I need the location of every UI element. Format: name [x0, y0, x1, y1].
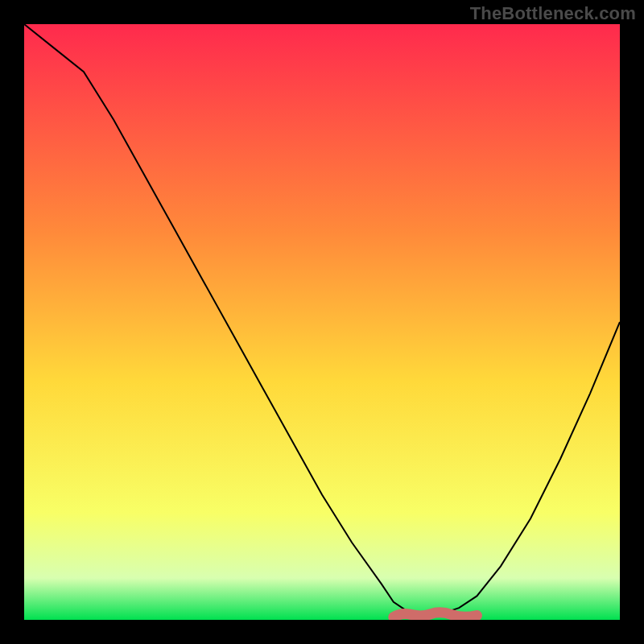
bottleneck-chart: [24, 24, 620, 620]
watermark-text: TheBottleneck.com: [470, 3, 636, 24]
optimal-range-highlight: [394, 613, 477, 617]
chart-background-gradient: [24, 24, 620, 620]
chart-frame: TheBottleneck.com: [0, 0, 644, 644]
